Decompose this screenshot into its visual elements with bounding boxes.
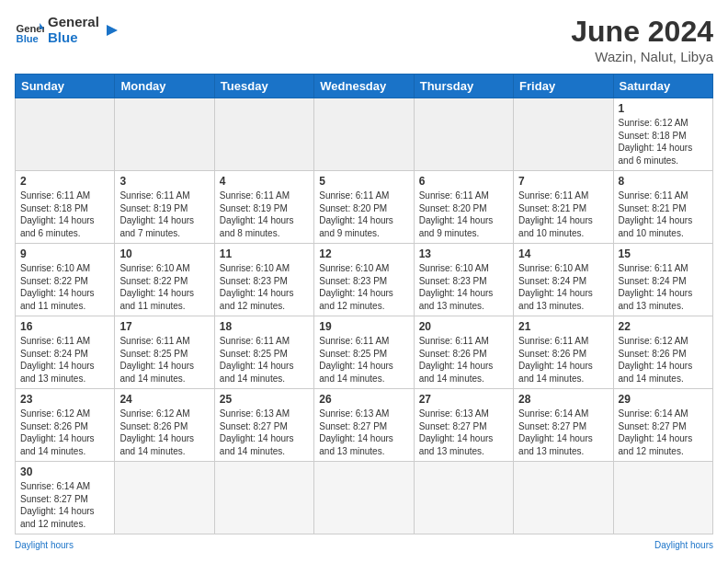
day-number: 30 <box>20 465 109 478</box>
day-number: 12 <box>319 247 408 260</box>
day-number: 7 <box>518 175 608 188</box>
calendar-cell: 2Sunrise: 6:11 AMSunset: 8:18 PMDaylight… <box>16 171 115 244</box>
day-number: 4 <box>220 175 309 188</box>
calendar-cell: 13Sunrise: 6:10 AMSunset: 8:23 PMDayligh… <box>414 244 513 316</box>
calendar-cell: 24Sunrise: 6:12 AMSunset: 8:26 PMDayligh… <box>115 389 214 462</box>
month-title: June 2024 <box>571 15 713 49</box>
day-number: 20 <box>419 320 508 333</box>
footer-daylight-right: Daylight hours <box>654 540 713 550</box>
day-info: Sunrise: 6:11 AMSunset: 8:20 PMDaylight:… <box>319 190 408 239</box>
calendar-week-row: 23Sunrise: 6:12 AMSunset: 8:26 PMDayligh… <box>16 389 713 462</box>
calendar-cell <box>514 98 613 171</box>
day-number: 18 <box>220 320 309 333</box>
calendar-cell: 7Sunrise: 6:11 AMSunset: 8:21 PMDaylight… <box>514 171 613 244</box>
weekday-header-saturday: Saturday <box>613 75 712 98</box>
header: General Blue General Blue June 2024 Wazi… <box>15 15 713 64</box>
weekday-header-monday: Monday <box>115 75 214 98</box>
day-info: Sunrise: 6:12 AMSunset: 8:26 PMDaylight:… <box>20 408 109 457</box>
calendar-cell: 3Sunrise: 6:11 AMSunset: 8:19 PMDaylight… <box>115 171 214 244</box>
calendar-cell: 29Sunrise: 6:14 AMSunset: 8:27 PMDayligh… <box>613 389 712 462</box>
location-title: Wazin, Nalut, Libya <box>571 49 713 64</box>
day-info: Sunrise: 6:11 AMSunset: 8:20 PMDaylight:… <box>419 190 508 239</box>
day-info: Sunrise: 6:12 AMSunset: 8:26 PMDaylight:… <box>119 408 209 457</box>
day-info: Sunrise: 6:11 AMSunset: 8:25 PMDaylight:… <box>220 335 309 385</box>
day-info: Sunrise: 6:11 AMSunset: 8:18 PMDaylight:… <box>20 190 109 239</box>
day-info: Sunrise: 6:12 AMSunset: 8:18 PMDaylight:… <box>619 117 708 167</box>
day-info: Sunrise: 6:10 AMSunset: 8:22 PMDaylight:… <box>20 262 109 312</box>
calendar-cell: 27Sunrise: 6:13 AMSunset: 8:27 PMDayligh… <box>414 389 513 462</box>
calendar-cell <box>314 98 414 171</box>
calendar-cell <box>414 462 513 534</box>
calendar-table: SundayMondayTuesdayWednesdayThursdayFrid… <box>15 74 713 534</box>
day-info: Sunrise: 6:11 AMSunset: 8:25 PMDaylight:… <box>119 335 209 385</box>
day-number: 25 <box>220 393 309 406</box>
day-number: 28 <box>518 393 608 406</box>
day-number: 23 <box>20 393 109 406</box>
weekday-header-wednesday: Wednesday <box>314 75 414 98</box>
calendar-week-row: 2Sunrise: 6:11 AMSunset: 8:18 PMDaylight… <box>16 171 713 244</box>
calendar-cell <box>214 98 313 171</box>
day-number: 29 <box>619 393 708 406</box>
day-number: 19 <box>319 320 408 333</box>
title-block: June 2024 Wazin, Nalut, Libya <box>571 15 713 64</box>
day-number: 15 <box>619 247 708 260</box>
day-number: 3 <box>119 175 209 188</box>
day-info: Sunrise: 6:10 AMSunset: 8:23 PMDaylight:… <box>220 262 309 312</box>
day-info: Sunrise: 6:14 AMSunset: 8:27 PMDaylight:… <box>619 408 708 457</box>
day-number: 6 <box>419 175 508 188</box>
calendar-cell: 11Sunrise: 6:10 AMSunset: 8:23 PMDayligh… <box>214 244 313 316</box>
day-info: Sunrise: 6:11 AMSunset: 8:24 PMDaylight:… <box>619 262 708 312</box>
day-info: Sunrise: 6:11 AMSunset: 8:26 PMDaylight:… <box>419 335 508 385</box>
logo-general-text: General <box>48 15 99 30</box>
day-number: 14 <box>518 247 608 260</box>
calendar-week-row: 9Sunrise: 6:10 AMSunset: 8:22 PMDaylight… <box>16 244 713 316</box>
calendar-cell: 10Sunrise: 6:10 AMSunset: 8:22 PMDayligh… <box>115 244 214 316</box>
calendar-cell: 22Sunrise: 6:12 AMSunset: 8:26 PMDayligh… <box>613 316 712 389</box>
weekday-header-row: SundayMondayTuesdayWednesdayThursdayFrid… <box>16 75 713 98</box>
day-info: Sunrise: 6:11 AMSunset: 8:21 PMDaylight:… <box>518 190 608 239</box>
calendar-cell: 1Sunrise: 6:12 AMSunset: 8:18 PMDaylight… <box>613 98 712 171</box>
day-number: 24 <box>119 393 209 406</box>
day-number: 5 <box>319 175 408 188</box>
calendar-cell: 28Sunrise: 6:14 AMSunset: 8:27 PMDayligh… <box>514 389 613 462</box>
calendar-cell <box>115 98 214 171</box>
calendar-cell: 17Sunrise: 6:11 AMSunset: 8:25 PMDayligh… <box>115 316 214 389</box>
day-info: Sunrise: 6:13 AMSunset: 8:27 PMDaylight:… <box>220 408 309 457</box>
weekday-header-thursday: Thursday <box>414 75 513 98</box>
logo: General Blue General Blue <box>15 15 121 45</box>
day-info: Sunrise: 6:13 AMSunset: 8:27 PMDaylight:… <box>419 408 508 457</box>
svg-marker-3 <box>107 25 118 36</box>
day-info: Sunrise: 6:14 AMSunset: 8:27 PMDaylight:… <box>20 480 109 530</box>
day-number: 13 <box>419 247 508 260</box>
day-number: 16 <box>20 320 109 333</box>
weekday-header-tuesday: Tuesday <box>214 75 313 98</box>
day-info: Sunrise: 6:11 AMSunset: 8:24 PMDaylight:… <box>20 335 109 385</box>
day-info: Sunrise: 6:10 AMSunset: 8:23 PMDaylight:… <box>319 262 408 312</box>
calendar-cell: 4Sunrise: 6:11 AMSunset: 8:19 PMDaylight… <box>214 171 313 244</box>
day-number: 22 <box>619 320 708 333</box>
day-number: 27 <box>419 393 508 406</box>
day-info: Sunrise: 6:14 AMSunset: 8:27 PMDaylight:… <box>518 408 608 457</box>
calendar-cell <box>613 462 712 534</box>
day-number: 9 <box>20 247 109 260</box>
calendar-cell: 14Sunrise: 6:10 AMSunset: 8:24 PMDayligh… <box>514 244 613 316</box>
calendar-week-row: 30Sunrise: 6:14 AMSunset: 8:27 PMDayligh… <box>16 462 713 534</box>
calendar-cell: 21Sunrise: 6:11 AMSunset: 8:26 PMDayligh… <box>514 316 613 389</box>
calendar-cell: 9Sunrise: 6:10 AMSunset: 8:22 PMDaylight… <box>16 244 115 316</box>
calendar-cell: 16Sunrise: 6:11 AMSunset: 8:24 PMDayligh… <box>16 316 115 389</box>
day-info: Sunrise: 6:11 AMSunset: 8:25 PMDaylight:… <box>319 335 408 385</box>
calendar-cell: 12Sunrise: 6:10 AMSunset: 8:23 PMDayligh… <box>314 244 414 316</box>
calendar-week-row: 16Sunrise: 6:11 AMSunset: 8:24 PMDayligh… <box>16 316 713 389</box>
calendar-cell: 26Sunrise: 6:13 AMSunset: 8:27 PMDayligh… <box>314 389 414 462</box>
day-number: 1 <box>619 102 708 115</box>
calendar-cell <box>16 98 115 171</box>
day-number: 8 <box>619 175 708 188</box>
day-info: Sunrise: 6:10 AMSunset: 8:22 PMDaylight:… <box>119 262 209 312</box>
calendar-cell <box>115 462 214 534</box>
day-info: Sunrise: 6:10 AMSunset: 8:23 PMDaylight:… <box>419 262 508 312</box>
calendar-cell <box>514 462 613 534</box>
logo-blue-text: Blue <box>48 30 99 46</box>
day-info: Sunrise: 6:12 AMSunset: 8:26 PMDaylight:… <box>619 335 708 385</box>
weekday-header-friday: Friday <box>514 75 613 98</box>
day-number: 26 <box>319 393 408 406</box>
